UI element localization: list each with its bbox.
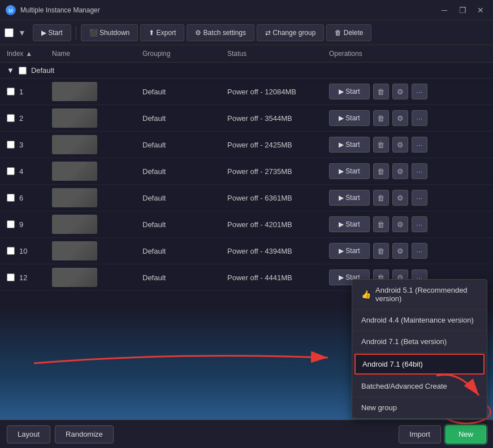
dropdown-item-android44[interactable]: Android 4.4 (Maintenance version) (352, 310, 487, 331)
row-more-button[interactable]: ··· (412, 84, 427, 99)
thumbnail-image (52, 162, 97, 181)
row-index-value: 6 (19, 194, 23, 202)
row-checkbox[interactable] (7, 247, 15, 255)
dropdown-item-label: Android 5.1 (Recommended version) (375, 286, 478, 303)
restore-button[interactable]: ❐ (456, 5, 469, 15)
row-more-button[interactable]: ··· (412, 163, 427, 179)
row-start-button[interactable]: ▶ Start (329, 243, 370, 259)
import-button[interactable]: Import (399, 425, 441, 443)
delete-button[interactable]: 🗑 Delete (326, 24, 371, 41)
row-delete-button[interactable]: 🗑 (373, 110, 389, 126)
row-thumbnail (52, 162, 97, 181)
row-settings-button[interactable]: ⚙ (392, 137, 408, 153)
row-status: Power off - 4394MB (227, 247, 329, 255)
row-more-button[interactable]: ··· (412, 190, 427, 206)
new-button[interactable]: New (446, 425, 486, 443)
row-name-cell (52, 162, 142, 181)
randomize-button[interactable]: Randomize (55, 425, 114, 443)
row-delete-button[interactable]: 🗑 (373, 190, 389, 206)
layout-button[interactable]: Layout (7, 425, 50, 443)
row-start-button[interactable]: ▶ Start (329, 216, 370, 232)
row-delete-button[interactable]: 🗑 (373, 137, 389, 153)
row-index-value: 1 (19, 88, 23, 96)
row-index-value: 3 (19, 141, 23, 149)
change-group-button[interactable]: ⇄ Change group (257, 24, 324, 41)
group-header-default: ▼ Default (0, 63, 493, 79)
group-checkbox[interactable] (19, 67, 27, 75)
shutdown-button[interactable]: ⬛ Shutdown (81, 24, 139, 41)
row-delete-button[interactable]: 🗑 (373, 216, 389, 232)
row-checkbox[interactable] (7, 194, 15, 202)
window-controls: ─ ❐ ✕ (438, 5, 487, 15)
row-more-button[interactable]: ··· (412, 110, 427, 126)
row-settings-button[interactable]: ⚙ (392, 84, 408, 99)
row-checkbox[interactable] (7, 141, 15, 149)
dropdown-item-label: Android 7.1 (Beta version) (361, 337, 447, 346)
row-settings-button[interactable]: ⚙ (392, 163, 408, 179)
row-operations: ▶ Start 🗑 ⚙ ··· (329, 163, 486, 179)
export-button[interactable]: ⬆ Export (140, 24, 184, 41)
row-checkbox[interactable] (7, 220, 15, 228)
dropdown-item-android71_beta[interactable]: Android 7.1 (Beta version) (352, 331, 487, 353)
row-delete-button[interactable]: 🗑 (373, 243, 389, 259)
minimize-button[interactable]: ─ (438, 5, 451, 15)
row-start-button[interactable]: ▶ Start (329, 137, 370, 153)
row-operations: ▶ Start 🗑 ⚙ ··· (329, 110, 486, 126)
row-index-cell: 4 (7, 167, 52, 176)
table-row: 4 Default Power off - 2735MB ▶ Start 🗑 ⚙… (0, 158, 493, 185)
thumbnail-image (52, 215, 97, 234)
close-button[interactable]: ✕ (474, 5, 487, 15)
row-settings-button[interactable]: ⚙ (392, 190, 408, 206)
batch-settings-button[interactable]: ⚙ Batch settings (187, 24, 254, 41)
row-more-button[interactable]: ··· (412, 137, 427, 153)
row-thumbnail (52, 241, 97, 260)
row-more-button[interactable]: ··· (412, 216, 427, 232)
dropdown-item-new_group[interactable]: New group (352, 397, 487, 418)
start-button[interactable]: ▶ Start (33, 24, 71, 41)
table-row: 9 Default Power off - 4201MB ▶ Start 🗑 ⚙… (0, 211, 493, 238)
toolbar-separator-1 (76, 26, 76, 40)
row-operations: ▶ Start 🗑 ⚙ ··· (329, 216, 486, 232)
col-grouping: Grouping (142, 50, 227, 58)
row-name-cell (52, 188, 142, 207)
row-checkbox[interactable] (7, 88, 15, 95)
row-checkbox[interactable] (7, 273, 15, 281)
row-start-button[interactable]: ▶ Start (329, 110, 370, 126)
row-checkbox[interactable] (7, 114, 15, 122)
row-status: Power off - 4201MB (227, 220, 329, 229)
filter-icon[interactable]: ▼ (18, 28, 26, 37)
row-start-button[interactable]: ▶ Start (329, 163, 370, 179)
row-checkbox[interactable] (7, 167, 15, 175)
row-thumbnail (52, 108, 97, 128)
row-start-button[interactable]: ▶ Start (329, 84, 370, 99)
row-settings-button[interactable]: ⚙ (392, 216, 408, 232)
dropdown-item-label: Android 7.1 (64bit) (362, 360, 423, 368)
row-index-cell: 2 (7, 114, 52, 123)
dropdown-item-android71_64[interactable]: Android 7.1 (64bit) (354, 354, 485, 375)
row-delete-button[interactable]: 🗑 (373, 163, 389, 179)
table-row: 1 Default Power off - 12084MB ▶ Start 🗑 … (0, 79, 493, 105)
row-delete-button[interactable]: 🗑 (373, 84, 389, 99)
row-settings-button[interactable]: ⚙ (392, 243, 408, 259)
group-collapse-icon[interactable]: ▼ (7, 66, 14, 75)
row-start-button[interactable]: ▶ Start (329, 190, 370, 206)
dropdown-item-android51[interactable]: 👍Android 5.1 (Recommended version) (352, 280, 487, 310)
row-thumbnail (52, 268, 97, 287)
row-grouping: Default (142, 88, 227, 96)
row-status: Power off - 2735MB (227, 167, 329, 176)
row-grouping: Default (142, 247, 227, 255)
select-all-checkbox[interactable] (5, 28, 14, 37)
col-index: Index ▲ (7, 50, 52, 58)
thumbnail-image (52, 108, 97, 128)
table-row: 6 Default Power off - 6361MB ▶ Start 🗑 ⚙… (0, 185, 493, 211)
row-name-cell (52, 268, 142, 287)
row-operations: ▶ Start 🗑 ⚙ ··· (329, 137, 486, 153)
row-thumbnail (52, 135, 97, 154)
row-index-cell: 10 (7, 247, 52, 255)
toolbar: ▼ ▶ Start ⬛ Shutdown ⬆ Export ⚙ Batch se… (0, 20, 493, 45)
row-settings-button[interactable]: ⚙ (392, 110, 408, 126)
row-index-cell: 12 (7, 273, 52, 282)
row-grouping: Default (142, 141, 227, 149)
dropdown-item-batched[interactable]: Batched/Advanced Create (352, 376, 487, 397)
row-more-button[interactable]: ··· (412, 243, 427, 259)
